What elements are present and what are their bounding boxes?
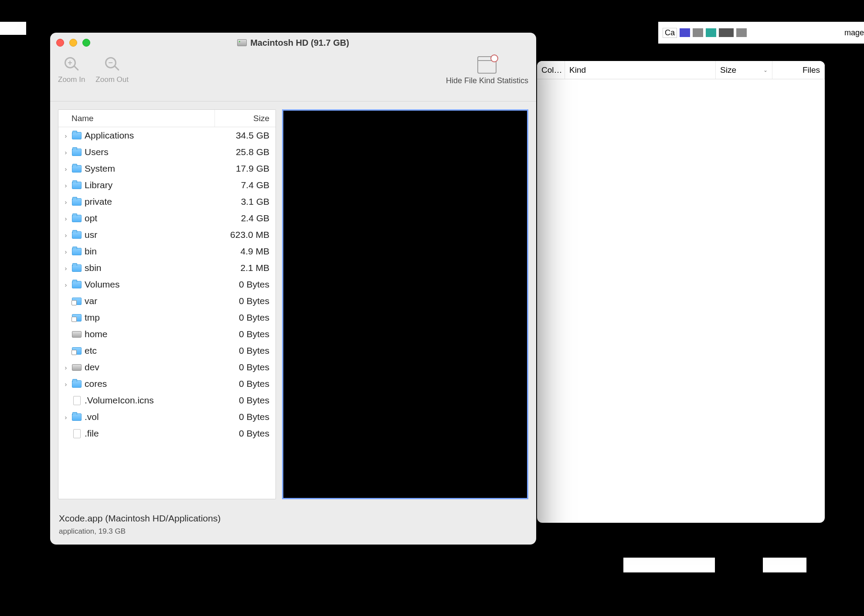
alias-folder-icon (71, 298, 83, 305)
disclosure-triangle-icon[interactable]: › (61, 281, 71, 288)
minimize-button[interactable] (69, 39, 77, 47)
toolbar: + Zoom In − Zoom Out Hide File Kind Stat… (50, 53, 536, 102)
selected-item-detail: application, 19.3 GB (59, 527, 527, 536)
tree-row[interactable]: ›opt2.4 GB (58, 210, 276, 227)
tree-item-size: 17.9 GB (214, 163, 276, 174)
stats-header-color[interactable]: Col… (537, 61, 565, 79)
treemap-view[interactable] (282, 109, 528, 499)
disk-icon (237, 39, 247, 46)
tree-item-name: Applications (83, 130, 214, 141)
disclosure-triangle-icon[interactable]: › (61, 413, 71, 421)
tree-row[interactable]: var0 Bytes (58, 293, 276, 309)
close-button[interactable] (56, 39, 64, 47)
folder-icon (71, 380, 83, 388)
drive-icon (71, 331, 83, 338)
disclosure-triangle-icon[interactable]: › (61, 248, 71, 255)
disclosure-triangle-icon[interactable]: › (61, 264, 71, 272)
tree-item-size: 4.9 MB (214, 246, 276, 257)
tree-item-size: 7.4 GB (214, 180, 276, 190)
tree-row[interactable]: etc0 Bytes (58, 342, 276, 359)
tree-row[interactable]: ›usr623.0 MB (58, 227, 276, 243)
titlebar[interactable]: Macintosh HD (91.7 GB) (50, 33, 536, 53)
tree-item-name: .VolumeIcon.icns (83, 395, 214, 406)
bg-fragment (0, 22, 26, 35)
disclosure-triangle-icon[interactable]: › (61, 165, 71, 173)
zoom-in-button[interactable]: + Zoom In (58, 56, 85, 84)
tree-item-size: 0 Bytes (214, 329, 276, 339)
folder-icon (71, 413, 83, 421)
zoom-in-label: Zoom In (58, 75, 85, 84)
zoom-out-button[interactable]: − Zoom Out (95, 56, 129, 84)
disclosure-triangle-icon[interactable]: › (61, 182, 71, 189)
disclosure-triangle-icon[interactable]: › (61, 132, 71, 139)
tree-row[interactable]: ›private3.1 GB (58, 193, 276, 210)
tree-item-name: .file (83, 428, 214, 439)
tree-row[interactable]: ›Library7.4 GB (58, 177, 276, 193)
tree-item-name: sbin (83, 263, 214, 273)
tree-body[interactable]: ›Applications34.5 GB›Users25.8 GB›System… (58, 127, 276, 499)
tree-row[interactable]: ›System17.9 GB (58, 160, 276, 177)
zoom-out-icon: − (103, 56, 121, 74)
selected-item-path: Xcode.app (Macintosh HD/Applications) (59, 513, 527, 524)
sort-descending-icon: ⌄ (763, 67, 768, 73)
tree-row[interactable]: tmp0 Bytes (58, 309, 276, 326)
tree-row[interactable]: ›.vol0 Bytes (58, 409, 276, 425)
tree-item-name: System (83, 163, 214, 174)
fragment-label: Ca (663, 28, 677, 38)
tree-header-size[interactable]: Size (214, 110, 276, 127)
tree-item-name: usr (83, 230, 214, 240)
tree-row[interactable]: .file0 Bytes (58, 425, 276, 442)
tree-item-name: Users (83, 147, 214, 157)
stats-header-size[interactable]: Size ⌄ (716, 61, 772, 79)
file-kind-statistics-window[interactable]: Col… Kind Size ⌄ Files (537, 61, 825, 523)
zoom-button[interactable] (82, 39, 90, 47)
window-controls (56, 39, 90, 47)
tree-item-size: 2.4 GB (214, 213, 276, 223)
stats-header-kind[interactable]: Kind (565, 61, 716, 79)
disclosure-triangle-icon[interactable]: › (61, 364, 71, 371)
disclosure-triangle-icon[interactable]: › (61, 198, 71, 206)
tree-item-name: opt (83, 213, 214, 223)
folder-icon (71, 231, 83, 239)
tree-item-size: 0 Bytes (214, 296, 276, 306)
disclosure-triangle-icon[interactable]: › (61, 231, 71, 239)
disclosure-triangle-icon[interactable]: › (61, 149, 71, 156)
disclosure-triangle-icon[interactable]: › (61, 380, 71, 388)
bg-fragment (623, 558, 715, 572)
tree-item-name: .vol (83, 412, 214, 422)
tree-item-name: Library (83, 180, 214, 190)
disclosure-triangle-icon[interactable]: › (61, 215, 71, 222)
tree-row[interactable]: ›cores0 Bytes (58, 376, 276, 392)
tree-header: Name Size (58, 110, 276, 127)
tree-item-name: cores (83, 379, 214, 389)
tree-item-name: home (83, 329, 214, 339)
stats-panel-icon (477, 56, 497, 74)
tree-row[interactable]: ›bin4.9 MB (58, 243, 276, 260)
stats-header-size-label: Size (720, 65, 736, 75)
tree-row[interactable]: home0 Bytes (58, 326, 276, 342)
main-window: Macintosh HD (91.7 GB) + Zoom In − Zoom … (50, 33, 536, 545)
alias-folder-icon (71, 347, 83, 355)
tree-header-name[interactable]: Name (58, 114, 214, 123)
tree-item-size: 0 Bytes (214, 312, 276, 323)
stats-table-header: Col… Kind Size ⌄ Files (537, 61, 825, 79)
tree-row[interactable]: .VolumeIcon.icns0 Bytes (58, 392, 276, 409)
tree-row[interactable]: ›Applications34.5 GB (58, 127, 276, 144)
tree-item-size: 34.5 GB (214, 130, 276, 141)
fragment-label: mage (844, 28, 864, 37)
zoom-in-icon: + (63, 56, 80, 74)
tree-row[interactable]: ›Users25.8 GB (58, 144, 276, 160)
tree-item-name: var (83, 296, 214, 306)
tree-item-name: dev (83, 362, 214, 372)
folder-icon (71, 132, 83, 139)
folder-icon (71, 215, 83, 222)
tree-row[interactable]: ›dev0 Bytes (58, 359, 276, 376)
tree-item-name: Volumes (83, 279, 214, 290)
tree-item-size: 25.8 GB (214, 147, 276, 157)
tree-row[interactable]: ›Volumes0 Bytes (58, 276, 276, 293)
hide-stats-button[interactable]: Hide File Kind Statistics (446, 56, 528, 85)
tree-item-name: tmp (83, 312, 214, 323)
tree-row[interactable]: ›sbin2.1 MB (58, 260, 276, 276)
stats-table-body[interactable] (537, 79, 825, 523)
stats-header-files[interactable]: Files (772, 61, 825, 79)
